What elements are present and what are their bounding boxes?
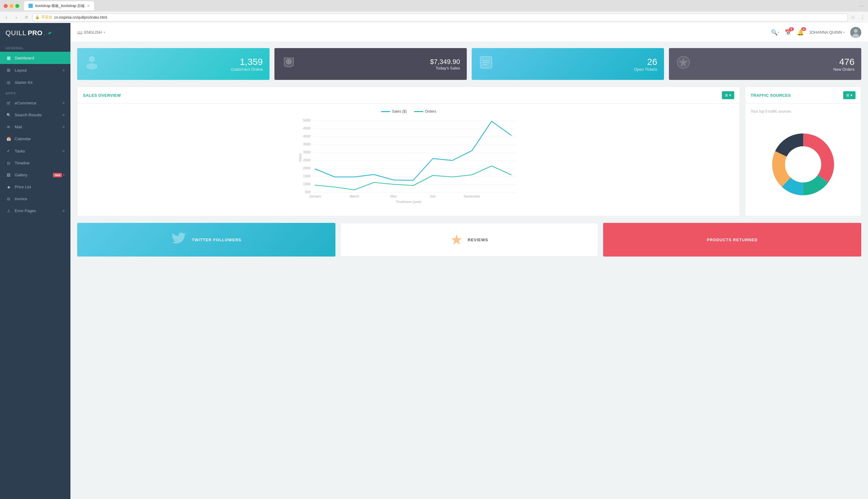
book-icon: 📖 bbox=[77, 30, 82, 35]
section-label-general: GENERAL bbox=[0, 43, 70, 52]
bottom-card-reviews: ★ REVIEWS bbox=[340, 223, 599, 257]
chevron-right-icon: ⊕ bbox=[62, 68, 65, 72]
sidebar-label-starter-kit: Starter Kit bbox=[15, 80, 65, 85]
sidebar-label-error-pages: Error Pages bbox=[15, 208, 62, 213]
sidebar-label-search-results: Search Results bbox=[15, 113, 62, 117]
sidebar-item-dashboard[interactable]: ▦ Dashboard bbox=[0, 52, 70, 64]
sidebar-label-invoice: Invoice bbox=[15, 196, 65, 201]
tickets-icon bbox=[479, 55, 494, 73]
donut-chart bbox=[751, 119, 855, 210]
username-text: JOHANNA QUINN bbox=[809, 30, 842, 35]
search-icon: 🔍 bbox=[771, 29, 777, 36]
traffic-sources-menu-button[interactable]: ⊞ ▾ bbox=[843, 91, 855, 99]
reload-button[interactable]: ↺ bbox=[23, 14, 29, 21]
sidebar-item-invoice[interactable]: ⊟ Invoice bbox=[0, 193, 70, 205]
tab-close-icon[interactable]: ✕ bbox=[87, 4, 90, 8]
svg-text:4500: 4500 bbox=[303, 126, 311, 130]
forward-button[interactable]: › bbox=[13, 14, 20, 21]
layout-icon: ⊞ bbox=[5, 68, 12, 73]
window-controls[interactable]: ⋯ bbox=[859, 2, 864, 9]
sidebar: QUILL PRO . ✒ GENERAL ▦ Dashboard ⊞ Layo… bbox=[0, 23, 70, 499]
sidebar-label-mail: Mail bbox=[15, 125, 62, 129]
user-menu[interactable]: JOHANNA QUINN ▾ bbox=[809, 30, 845, 35]
address-bar[interactable]: 🔒 不安全 cn.inspinia.cn/quillpro/index.html bbox=[33, 13, 848, 22]
gallery-new-badge: New bbox=[53, 173, 62, 177]
tab-title: bootstrap 模板_bootstrap 后端 bbox=[35, 3, 85, 9]
sidebar-item-calendar[interactable]: 📅 Calendar bbox=[0, 133, 70, 145]
dropdown-arrow: ▾ bbox=[729, 93, 731, 97]
sidebar-item-ecommerce[interactable]: 🛒 eCommerce ⊕ bbox=[0, 97, 70, 109]
url-prefix: 不安全 bbox=[41, 15, 52, 20]
svg-text:Value: Value bbox=[298, 154, 302, 162]
twitter-icon bbox=[171, 230, 187, 250]
language-selector[interactable]: 📖 ENGLISH ▾ bbox=[77, 30, 105, 35]
price-list-icon: ◆ bbox=[5, 185, 12, 189]
sales-chart: 5000 4500 4000 3500 3000 2500 2000 1500 … bbox=[83, 118, 734, 197]
customers-value: 1,359 bbox=[105, 57, 263, 67]
back-button[interactable]: ‹ bbox=[3, 14, 10, 21]
svg-text:1000: 1000 bbox=[303, 182, 311, 186]
bookmark-icon[interactable]: ☆ bbox=[851, 14, 855, 20]
minimize-dot[interactable] bbox=[10, 4, 13, 8]
sidebar-item-tasks[interactable]: ✓ Tasks ⊕ bbox=[0, 145, 70, 157]
sales-info: $7,349.90 Today's Sales bbox=[301, 58, 460, 70]
calendar-button[interactable]: 📅 6 bbox=[785, 29, 792, 36]
svg-point-44 bbox=[785, 146, 821, 182]
sales-overview-body: Sales ($) Orders 5000 4500 4000 bbox=[77, 104, 740, 209]
sidebar-label-ecommerce: eCommerce bbox=[15, 101, 62, 105]
bottom-card-twitter: TWITTER FOLLOWERS bbox=[77, 223, 335, 257]
svg-text:January: January bbox=[309, 194, 321, 197]
stats-row: 1,359 Customers Online $ $7,349.90 bbox=[77, 48, 861, 80]
traffic-sources-title: TRAFFIC SOURCES bbox=[751, 93, 843, 98]
svg-text:2000: 2000 bbox=[303, 166, 311, 170]
svg-text:July: July bbox=[430, 194, 436, 197]
dashboard-icon: ▦ bbox=[5, 56, 12, 60]
tickets-value: 26 bbox=[499, 57, 657, 67]
donut-svg bbox=[763, 125, 843, 204]
sidebar-label-dashboard: Dashboard bbox=[15, 56, 65, 60]
sales-label: Today's Sales bbox=[301, 66, 460, 70]
sidebar-item-gallery[interactable]: 🖼 Gallery New ✦ bbox=[0, 169, 70, 181]
traffic-sources-body: Your top 5 traffic sources bbox=[745, 104, 861, 216]
sidebar-item-mail[interactable]: ✉ Mail ⊕ bbox=[0, 121, 70, 133]
sidebar-item-price-list[interactable]: ◆ Price List bbox=[0, 181, 70, 193]
chevron-right-icon-4: ⊕ bbox=[62, 125, 65, 129]
browser-addressbar: ‹ › ↺ 🔒 不安全 cn.inspinia.cn/quillpro/inde… bbox=[0, 12, 868, 23]
svg-point-3 bbox=[89, 56, 95, 62]
notification-button[interactable]: 🔔 4 bbox=[797, 29, 804, 36]
svg-point-4 bbox=[86, 63, 97, 70]
avatar[interactable] bbox=[850, 27, 861, 38]
legend-sales-color bbox=[381, 111, 390, 112]
svg-point-1 bbox=[854, 29, 858, 33]
orders-icon bbox=[676, 55, 691, 73]
close-dot[interactable] bbox=[4, 4, 8, 8]
sidebar-item-timeline[interactable]: ⊟ Timeline bbox=[0, 157, 70, 169]
user-dropdown-icon: ▾ bbox=[843, 31, 845, 34]
browser-tab[interactable]: bootstrap 模板_bootstrap 后端 ✕ bbox=[24, 1, 94, 10]
calendar-badge: 6 bbox=[789, 27, 794, 31]
sales-overview-menu-button[interactable]: ⊞ ▾ bbox=[722, 91, 734, 99]
browser-chrome: bootstrap 模板_bootstrap 后端 ✕ ⋯ ‹ › ↺ 🔒 不安… bbox=[0, 0, 868, 23]
svg-text:May: May bbox=[390, 194, 397, 197]
dashboard-content: 1,359 Customers Online $ $7,349.90 bbox=[70, 42, 868, 499]
logo-dot: . bbox=[44, 29, 45, 37]
svg-text:March: March bbox=[350, 194, 359, 197]
search-button[interactable]: 🔍 ▾ bbox=[771, 29, 779, 36]
customers-label: Customers Online bbox=[105, 67, 263, 72]
orders-label: New Orders bbox=[696, 67, 855, 72]
sidebar-item-starter-kit[interactable]: ◎ Starter Kit bbox=[0, 76, 70, 88]
sidebar-item-error-pages[interactable]: ⚠ Error Pages ⊕ bbox=[0, 205, 70, 217]
svg-text:5000: 5000 bbox=[303, 119, 311, 122]
sidebar-item-search-results[interactable]: 🔍 Search Results ⊕ bbox=[0, 109, 70, 121]
main-content: 📖 ENGLISH ▾ 🔍 ▾ 📅 6 🔔 4 JO bbox=[70, 23, 868, 499]
orders-info: 476 New Orders bbox=[696, 57, 855, 72]
x-axis-label: Timeframe (year) bbox=[83, 200, 734, 204]
menu-icon[interactable]: ⋮ bbox=[860, 14, 865, 20]
tickets-info: 26 Open Tickets bbox=[499, 57, 657, 72]
dropdown-arrow-icon: ▾ bbox=[104, 31, 105, 34]
sales-overview-card: SALES OVERVIEW ⊞ ▾ Sales ($) bbox=[77, 87, 740, 216]
tickets-label: Open Tickets bbox=[499, 67, 657, 72]
sidebar-item-layout[interactable]: ⊞ Layout ⊕ bbox=[0, 64, 70, 76]
svg-text:3500: 3500 bbox=[303, 142, 311, 146]
maximize-dot[interactable] bbox=[15, 4, 19, 8]
